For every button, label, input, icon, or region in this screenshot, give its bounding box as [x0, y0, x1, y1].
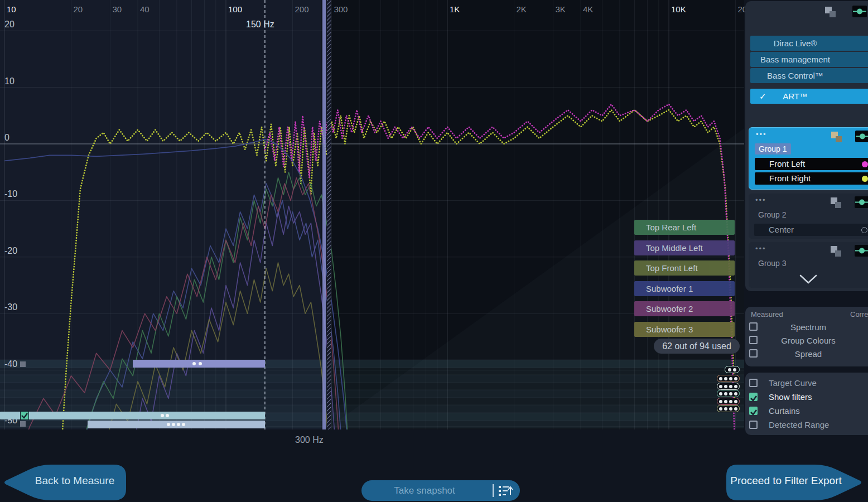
chart-canvas[interactable] [0, 0, 744, 429]
filter-bar[interactable] [0, 412, 265, 419]
menu-item-art[interactable]: ✓ART™ [750, 89, 868, 104]
display-checkbox-curtains[interactable] [749, 407, 758, 415]
display-option-label: Show filters [769, 392, 812, 402]
freq-tick-10K: 10K [671, 4, 686, 14]
menu-item-bass-management[interactable]: Bass management [750, 52, 868, 67]
channel-row-front-left[interactable]: Front Left [755, 158, 868, 170]
db-tick-20: 20 [4, 20, 15, 30]
layout-icon[interactable] [830, 197, 842, 209]
filter-handle[interactable] [20, 361, 26, 367]
db-tick--20: -20 [4, 246, 17, 256]
snapshot-divider [493, 484, 494, 497]
layout-icon[interactable] [831, 131, 842, 143]
measured-row-group-colours: Group Colours [745, 335, 868, 349]
layout-icon[interactable] [830, 245, 842, 257]
group-card-1[interactable]: •••Group 1Front LeftFront Right [749, 127, 868, 190]
expand-groups-chevron[interactable] [745, 273, 868, 288]
freq-tick-30: 30 [112, 4, 122, 14]
display-row-detected-range: Detected Range [745, 420, 868, 434]
group-card-2[interactable]: •••Group 2Center [749, 194, 868, 239]
filter-bar-dot[interactable] [166, 414, 169, 417]
channel-row-center[interactable]: Center [754, 224, 868, 236]
group-menu-icon[interactable]: ••• [755, 196, 766, 204]
filter-bar-dot[interactable] [199, 362, 202, 365]
db-tick--40: -40 [4, 359, 17, 369]
freq-tick-100: 100 [228, 4, 242, 14]
freq-tick-40: 40 [140, 4, 150, 14]
filter-bar[interactable] [88, 421, 265, 428]
filter-pill[interactable] [717, 383, 740, 390]
group-name: Group 3 [754, 258, 790, 269]
snapshot-list-icon[interactable] [498, 484, 513, 500]
group-menu-icon[interactable]: ••• [756, 130, 767, 138]
filter-checkbox-checked[interactable] [20, 411, 29, 420]
filter-bar-dot[interactable] [182, 423, 185, 426]
filter-pill[interactable] [717, 398, 740, 405]
display-checkbox-target-curve[interactable] [749, 379, 758, 387]
legend-chip-top-rear-left[interactable]: Top Rear Left [634, 220, 735, 235]
freq-tick-2K: 2K [517, 4, 527, 14]
measured-row-spread: Spread [745, 349, 868, 362]
filter-bar-dot[interactable] [161, 414, 164, 417]
filter-bar-dot[interactable] [172, 423, 175, 426]
db-tick--30: -30 [4, 302, 17, 312]
measured-checkbox-spread[interactable] [749, 349, 758, 358]
group-name: Group 2 [754, 209, 790, 220]
legend-chip-top-middle-left[interactable]: Top Middle Left [634, 240, 735, 255]
measured-row-spectrum: Spectrum [745, 322, 868, 335]
freq-tick-200: 200 [295, 4, 309, 14]
eq-node-icon[interactable] [852, 6, 867, 17]
freq-tick-1K: 1K [450, 4, 460, 14]
db-tick-10: 10 [4, 76, 15, 86]
curtain-band-solid[interactable] [322, 0, 326, 429]
menu-item-bass-control-[interactable]: Bass Control™ [750, 68, 868, 83]
group-menu-icon[interactable]: ••• [755, 244, 766, 253]
art-check-icon: ✓ [759, 89, 766, 104]
channel-ring-indicator[interactable] [861, 227, 867, 233]
measured-checkbox-spectrum[interactable] [749, 322, 758, 331]
channel-color-dot[interactable] [862, 176, 868, 182]
display-checkbox-detected-range[interactable] [749, 421, 758, 429]
curtain-band-hatched[interactable] [327, 0, 331, 429]
measured-checkbox-group-colours[interactable] [749, 336, 758, 344]
menu-item-dirac-live-[interactable]: Dirac Live® [750, 36, 868, 51]
display-row-target-curve: Target Curve [745, 378, 868, 392]
display-checkbox-show-filters[interactable] [749, 393, 758, 401]
corrected-column-header: Corrected [850, 310, 868, 318]
filter-pill[interactable] [717, 405, 740, 412]
legend-chip-subwoofer-2[interactable]: Subwoofer 2 [634, 301, 735, 316]
freq-tick-4K: 4K [583, 4, 593, 14]
take-snapshot-button[interactable]: Take snapshot [361, 480, 520, 501]
display-row-show-filters: Show filters [745, 392, 868, 406]
layout-icon[interactable] [824, 6, 836, 18]
eq-node-icon[interactable] [855, 245, 868, 257]
channel-row-front-right[interactable]: Front Right [755, 172, 868, 185]
db-tick--10: -10 [4, 189, 17, 199]
legend-chip-top-front-left[interactable]: Top Front Left [634, 260, 735, 276]
eq-node-icon[interactable] [855, 131, 868, 142]
freq-tick-300: 300 [334, 4, 348, 14]
channel-groups-panel: Dirac Live®Bass managementBass Control™✓… [745, 1, 868, 291]
display-row-curtains: Curtains [745, 406, 868, 420]
channel-color-dot[interactable] [862, 161, 868, 167]
filter-bar-dot[interactable] [192, 362, 196, 365]
filter-pill[interactable] [717, 390, 740, 397]
proceed-to-filter-export-label[interactable]: Proceed to Filter Export [727, 475, 845, 487]
cursor-frequency-label: 150 Hz [246, 20, 274, 30]
filter-handle[interactable] [20, 421, 26, 427]
db-tick-0: 0 [4, 133, 9, 143]
art-filter-design-screen: 102030401002003001K2K3K4K10K20K 20100-10… [0, 0, 868, 502]
legend-chip-subwoofer-3[interactable]: Subwoofer 3 [634, 322, 735, 337]
eq-node-icon[interactable] [855, 196, 868, 208]
filter-bar-dot[interactable] [177, 423, 180, 426]
back-to-measure-label[interactable]: Back to Measure [22, 475, 127, 487]
filter-pill[interactable] [725, 366, 740, 373]
filter-pill[interactable] [717, 375, 740, 382]
frequency-response-chart[interactable]: 102030401002003001K2K3K4K10K20K 20100-10… [0, 0, 744, 429]
filters-used-badge: 62 out of 94 used [654, 339, 740, 354]
measured-corrected-panel: Measured Corrected SpectrumGroup Colours… [745, 307, 868, 366]
freq-tick-10: 10 [7, 4, 16, 14]
filter-bar-dot[interactable] [167, 423, 170, 426]
legend-chip-subwoofer-1[interactable]: Subwoofer 1 [634, 281, 735, 296]
display-option-label: Target Curve [769, 378, 817, 388]
